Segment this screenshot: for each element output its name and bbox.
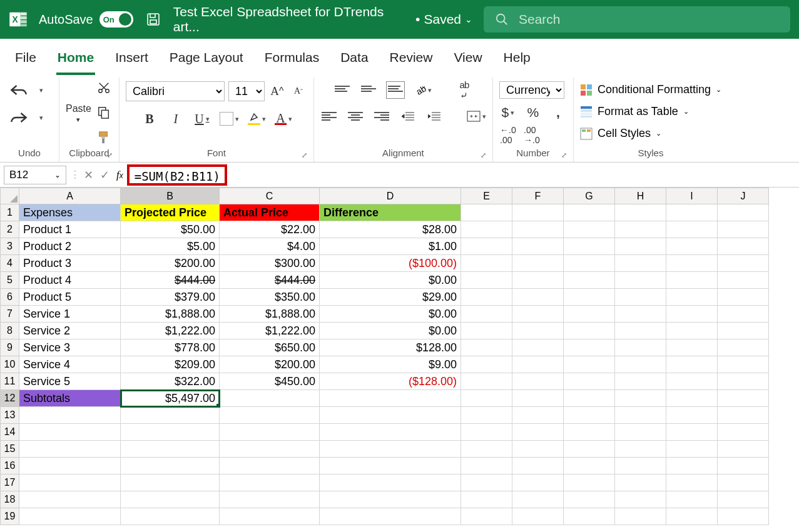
cell[interactable] (666, 390, 718, 407)
cell[interactable] (19, 491, 121, 508)
cell[interactable] (718, 373, 769, 390)
cell[interactable] (512, 339, 564, 356)
cell[interactable] (718, 458, 769, 474)
cell[interactable]: Difference (320, 204, 461, 221)
cell[interactable] (220, 407, 320, 424)
font-launcher[interactable]: ⤢ (298, 151, 307, 159)
cell[interactable] (718, 390, 769, 407)
row-header[interactable]: 2 (1, 221, 19, 238)
cell[interactable] (320, 491, 461, 508)
cell[interactable] (666, 491, 718, 508)
merge-center-button[interactable] (467, 108, 486, 125)
cell[interactable] (564, 255, 615, 272)
decrease-indent-button[interactable] (399, 108, 417, 125)
tab-data[interactable]: Data (339, 46, 369, 75)
row-header[interactable]: 1 (1, 204, 19, 221)
cell[interactable] (666, 441, 718, 458)
decrease-decimal-button[interactable]: .00→.0 (523, 126, 541, 144)
column-header[interactable]: B (121, 188, 220, 204)
cell[interactable] (615, 255, 666, 272)
redo-dropdown[interactable] (31, 109, 49, 126)
cell[interactable] (320, 508, 461, 525)
cell[interactable]: $128.00 (320, 339, 461, 356)
row-header[interactable]: 15 (1, 441, 19, 458)
number-format-dropdown[interactable]: Currency (499, 81, 564, 99)
format-as-table-button[interactable]: Format as Table⌄ (580, 103, 689, 120)
row-header[interactable]: 13 (1, 407, 19, 424)
cell[interactable] (615, 339, 666, 356)
select-all-corner[interactable] (1, 188, 19, 204)
align-bottom-button[interactable] (386, 81, 405, 99)
cell[interactable] (666, 204, 718, 221)
cell[interactable]: $1.00 (320, 238, 461, 255)
row-header[interactable]: 19 (1, 508, 19, 525)
row-header[interactable]: 10 (1, 356, 19, 373)
cell[interactable] (220, 458, 320, 474)
cell[interactable] (461, 356, 512, 373)
cell[interactable]: $322.00 (121, 373, 220, 390)
cell[interactable] (121, 508, 220, 525)
cell[interactable] (19, 441, 121, 458)
cell[interactable] (461, 289, 512, 306)
cell[interactable] (666, 238, 718, 255)
cell[interactable] (615, 373, 666, 390)
cell[interactable] (666, 289, 718, 306)
cell[interactable] (320, 474, 461, 491)
row-header[interactable]: 17 (1, 474, 19, 491)
column-header[interactable]: A (19, 188, 121, 204)
row-header[interactable]: 6 (1, 289, 19, 306)
spreadsheet-grid[interactable]: ABCDEFGHIJ 1ExpensesProjected PriceActua… (0, 188, 769, 525)
cell[interactable]: $444.00 (121, 272, 220, 289)
align-left-button[interactable] (320, 108, 338, 125)
cell[interactable] (666, 407, 718, 424)
cell[interactable]: Product 4 (19, 272, 121, 289)
cell[interactable] (461, 441, 512, 458)
row-header[interactable]: 18 (1, 491, 19, 508)
cell[interactable] (512, 272, 564, 289)
cell[interactable] (512, 390, 564, 407)
cell[interactable]: Service 5 (19, 373, 121, 390)
cell[interactable] (461, 306, 512, 323)
number-launcher[interactable]: ⤢ (558, 151, 567, 159)
cell[interactable]: $300.00 (220, 255, 320, 272)
search-input[interactable] (517, 11, 779, 28)
cell[interactable]: $200.00 (121, 255, 220, 272)
cell[interactable]: $0.00 (320, 272, 461, 289)
row-header[interactable]: 12 (1, 390, 19, 407)
cell[interactable] (512, 424, 564, 441)
cell[interactable] (564, 491, 615, 508)
cell[interactable] (320, 424, 461, 441)
cell[interactable] (666, 373, 718, 390)
cell[interactable]: $1,888.00 (121, 306, 220, 323)
tab-home[interactable]: Home (56, 46, 95, 75)
cell[interactable] (615, 441, 666, 458)
cell[interactable]: $200.00 (220, 356, 320, 373)
cell[interactable]: $650.00 (220, 339, 320, 356)
copy-button[interactable] (95, 104, 113, 121)
cell[interactable] (121, 441, 220, 458)
insert-function-button[interactable]: fx (113, 169, 127, 181)
cell[interactable] (666, 323, 718, 339)
cell[interactable] (121, 407, 220, 424)
row-header[interactable]: 3 (1, 238, 19, 255)
name-box[interactable]: B12 ⌄ (4, 166, 66, 184)
italic-button[interactable]: I (167, 110, 185, 128)
row-header[interactable]: 4 (1, 255, 19, 272)
cell[interactable]: Service 2 (19, 323, 121, 339)
cell[interactable]: Expenses (19, 204, 121, 221)
align-right-button[interactable] (373, 108, 390, 125)
cell[interactable] (718, 238, 769, 255)
tab-view[interactable]: View (452, 46, 483, 75)
column-header[interactable]: C (220, 188, 320, 204)
cell[interactable] (512, 238, 564, 255)
cell[interactable]: $1,888.00 (220, 306, 320, 323)
alignment-launcher[interactable]: ⤢ (477, 151, 486, 159)
cell[interactable] (718, 306, 769, 323)
cell[interactable]: $1,222.00 (220, 323, 320, 339)
cell[interactable] (564, 407, 615, 424)
cell[interactable]: $0.00 (320, 306, 461, 323)
cell[interactable]: $0.00 (320, 323, 461, 339)
cell[interactable] (666, 356, 718, 373)
cell[interactable] (564, 238, 615, 255)
cell[interactable] (461, 373, 512, 390)
